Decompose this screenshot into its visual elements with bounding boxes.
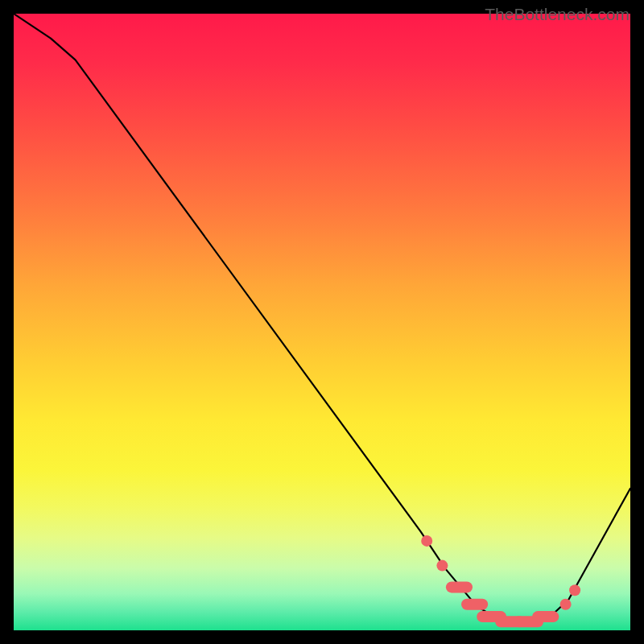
chart-svg <box>14 14 630 630</box>
marker-dot <box>421 535 432 547</box>
watermark-text: TheBottleneck.com <box>485 5 630 24</box>
marker-dot <box>560 599 572 610</box>
marker-dot <box>569 584 580 596</box>
plot-area <box>14 14 630 630</box>
marker-group <box>421 535 580 621</box>
curve-line <box>14 14 630 623</box>
marker-dot <box>436 560 448 572</box>
